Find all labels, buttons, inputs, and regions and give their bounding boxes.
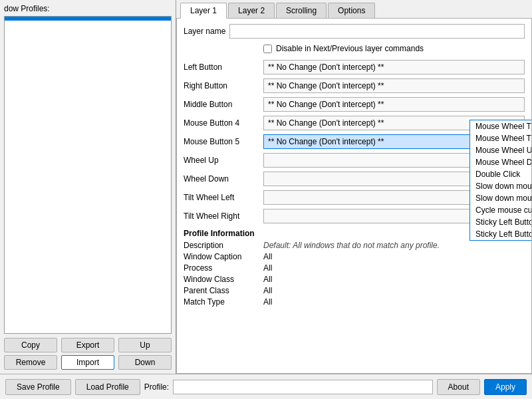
profile-label: Profile: [144,382,169,392]
info-label-2: Process [184,263,263,273]
checkbox-label: Disable in Next/Previous layer commands [276,44,424,53]
info-row-5: Match TypeAll [184,297,525,307]
apply-button[interactable]: Apply [484,379,527,395]
dropdown-item-2[interactable]: Mouse Wheel Up [470,144,532,156]
copy-button[interactable]: Copy [4,338,57,352]
layer-name-input[interactable] [229,24,525,39]
field-value-0[interactable]: ** No Change (Don't intercept) ** [263,60,525,74]
dropdown-item-3[interactable]: Mouse Wheel Down [470,156,532,168]
load-profile-button[interactable]: Load Profile [75,379,140,395]
profile-input[interactable] [173,380,433,394]
dropdown-item-6[interactable]: Slow down mouse cursor (Sticky) [470,192,532,204]
tab-options[interactable]: Options [328,3,375,18]
info-value-4: All [263,286,272,295]
dropdown-item-0[interactable]: Mouse Wheel Tilt Left [470,120,532,132]
left-panel: dow Profiles: Copy Export Up Remove Impo… [0,0,176,374]
field-label-8: Tilt Wheel Right [184,211,263,221]
info-row-4: Parent ClassAll [184,286,525,295]
info-label-3: Window Class [184,275,263,284]
profiles-title: dow Profiles: [4,4,172,13]
field-label-3: Mouse Button 4 [184,118,263,128]
left-buttons: Copy Export Up Remove Import Down [4,338,172,370]
dropdown-item-1[interactable]: Mouse Wheel Tilt Right [470,132,532,144]
list-item[interactable] [5,17,171,21]
save-profile-button[interactable]: Save Profile [5,379,71,395]
info-value-2: All [263,263,272,273]
field-label-2: Middle Button [184,100,263,109]
tab-layer1[interactable]: Layer 1 [180,3,227,19]
checkbox-row: Disable in Next/Previous layer commands [263,44,525,53]
info-value-0: Default: All windows that do not match a… [263,241,440,250]
field-label-6: Wheel Down [184,174,263,184]
dropdown-popup[interactable]: Mouse Wheel Tilt LeftMouse Wheel Tilt Ri… [469,120,532,241]
field-label-4: Mouse Button 5 [184,137,263,146]
btn-row-2: Remove Import Down [4,355,172,370]
info-row-0: DescriptionDefault: All windows that do … [184,241,525,250]
info-label-0: Description [184,241,263,250]
field-row-2: Middle Button** No Change (Don't interce… [184,97,525,112]
about-button[interactable]: About [437,379,480,395]
right-panel: Layer 1 Layer 2 Scrolling Options Layer … [176,0,532,374]
layer-name-row: Layer name [184,24,525,39]
main-layout: dow Profiles: Copy Export Up Remove Impo… [0,0,532,374]
tab-scrolling[interactable]: Scrolling [276,3,327,18]
remove-button[interactable]: Remove [4,355,57,370]
info-value-5: All [263,297,272,307]
dropdown-item-4[interactable]: Double Click [470,168,532,180]
dropdown-item-8[interactable]: Sticky Left Button [Click-Drag] [470,216,532,228]
import-button[interactable]: Import [61,355,114,370]
info-label-1: Window Caption [184,252,263,261]
up-button[interactable]: Up [118,338,172,352]
info-value-1: All [263,252,272,261]
down-button[interactable]: Down [118,355,172,370]
info-label-5: Match Type [184,297,263,307]
profile-list[interactable] [4,16,172,334]
field-row-1: Right Button** No Change (Don't intercep… [184,78,525,93]
info-row-3: Window ClassAll [184,275,525,284]
profile-field: Profile: [144,380,433,394]
info-row-2: ProcessAll [184,263,525,273]
field-row-0: Left Button** No Change (Don't intercept… [184,60,525,74]
export-button[interactable]: Export [61,338,114,352]
info-row-1: Window CaptionAll [184,252,525,261]
info-value-3: All [263,275,272,284]
btn-row-1: Copy Export Up [4,338,172,352]
tab-bar: Layer 1 Layer 2 Scrolling Options [176,0,532,19]
content-area: Layer name Disable in Next/Previous laye… [176,19,532,374]
dropdown-item-5[interactable]: Slow down mouse cursor (While pressed) [470,180,532,192]
info-rows: DescriptionDefault: All windows that do … [184,241,525,307]
field-value-2[interactable]: ** No Change (Don't intercept) ** [263,97,525,112]
bottom-bar: Save Profile Load Profile Profile: About… [0,374,532,399]
tab-layer2[interactable]: Layer 2 [228,3,275,18]
layer-name-label: Layer name [184,27,225,36]
field-label-0: Left Button [184,63,263,72]
field-label-1: Right Button [184,81,263,90]
disable-checkbox[interactable] [263,45,272,53]
dropdown-item-9[interactable]: Sticky Left Button [Click-Drag] X-Axis [470,228,532,240]
dropdown-item-7[interactable]: Cycle mouse cursor speed [470,204,532,216]
field-label-7: Tilt Wheel Left [184,193,263,202]
field-label-5: Wheel Up [184,156,263,165]
field-value-1[interactable]: ** No Change (Don't intercept) ** [263,78,525,93]
info-label-4: Parent Class [184,286,263,295]
